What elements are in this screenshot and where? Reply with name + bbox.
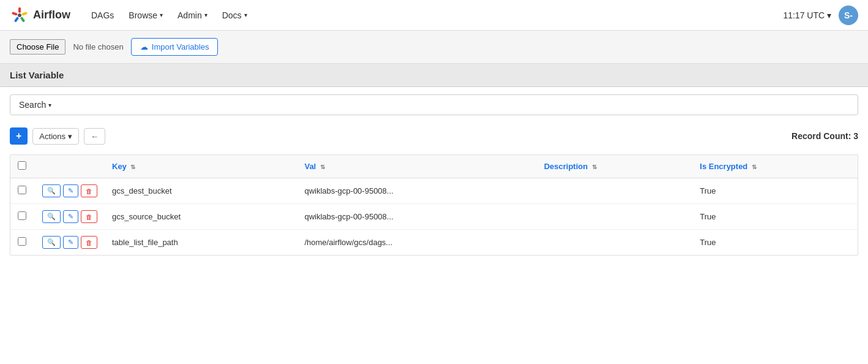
view-button-2[interactable]: 🔍 [42, 236, 61, 249]
view-button-0[interactable]: 🔍 [42, 184, 61, 197]
cloud-upload-icon: ☁ [140, 42, 148, 51]
svg-point-5 [18, 13, 21, 17]
user-badge[interactable]: S- [839, 6, 858, 25]
table-row: 🔍 ✎ 🗑 gcs_source_bucket qwiklabs-gcp-00-… [10, 204, 858, 230]
delete-button-2[interactable]: 🗑 [81, 236, 97, 249]
nav-admin[interactable]: Admin ▾ [171, 0, 214, 31]
table-row: 🔍 ✎ 🗑 gcs_dest_bucket qwiklabs-gcp-00-95… [10, 178, 858, 204]
edit-button-1[interactable]: ✎ [63, 210, 78, 223]
row-encrypted-0: True [692, 178, 858, 204]
row-key-2: table_list_file_path [105, 230, 297, 256]
search-caret: ▾ [48, 102, 51, 108]
no-file-text: No file chosen [73, 42, 123, 51]
edit-button-2[interactable]: ✎ [63, 236, 78, 249]
list-variable-header: List Variable [0, 64, 868, 87]
time-display[interactable]: 11:17 UTC ▾ [783, 10, 831, 20]
row-val-0: qwiklabs-gcp-00-95008... [297, 178, 536, 204]
airflow-logo [10, 6, 29, 25]
actions-caret: ▾ [68, 132, 72, 141]
header-is-encrypted[interactable]: Is Encrypted ⇅ [692, 155, 858, 178]
row-actions-cell: 🔍 ✎ 🗑 [35, 230, 105, 256]
row-actions-cell: 🔍 ✎ 🗑 [35, 178, 105, 204]
row-description-1 [537, 204, 693, 230]
import-variables-button[interactable]: ☁ Import Variables [131, 38, 219, 56]
row-checkbox-1[interactable] [18, 211, 26, 220]
enc-sort-icon: ⇅ [752, 164, 757, 170]
row-checkbox-cell [10, 178, 35, 204]
docs-caret: ▾ [244, 12, 247, 18]
row-actions-cell: 🔍 ✎ 🗑 [35, 204, 105, 230]
header-key[interactable]: Key ⇅ [105, 155, 297, 178]
desc-sort-icon: ⇅ [592, 164, 597, 170]
variables-table-wrapper: Key ⇅ Val ⇅ Description ⇅ Is Encrypted ⇅ [10, 154, 858, 256]
delete-button-1[interactable]: 🗑 [81, 210, 97, 223]
file-import-bar: Choose File No file chosen ☁ Import Vari… [0, 31, 868, 64]
row-checkbox-cell [10, 204, 35, 230]
header-action-col [35, 155, 105, 178]
row-encrypted-1: True [692, 204, 858, 230]
table-header-row: Key ⇅ Val ⇅ Description ⇅ Is Encrypted ⇅ [10, 155, 858, 178]
nav-docs[interactable]: Docs ▾ [216, 0, 253, 31]
val-sort-icon: ⇅ [320, 164, 325, 170]
brand-link[interactable]: Airflow [10, 6, 70, 25]
row-description-2 [537, 230, 693, 256]
browse-caret: ▾ [160, 12, 163, 18]
svg-line-1 [23, 13, 26, 14]
key-sort-icon: ⇅ [130, 164, 135, 170]
record-count-value: 3 [853, 131, 858, 141]
toolbar-left: + Actions ▾ ← [10, 127, 105, 145]
list-variable-section: List Variable Search ▾ + Actions ▾ ← Rec… [0, 64, 868, 256]
choose-file-button[interactable]: Choose File [10, 39, 65, 55]
nav-dags[interactable]: DAGs [85, 0, 120, 31]
search-label: Search [19, 100, 46, 110]
nav-links: DAGs Browse ▾ Admin ▾ Docs ▾ [85, 0, 783, 31]
row-key-1: gcs_source_bucket [105, 204, 297, 230]
navbar: Airflow DAGs Browse ▾ Admin ▾ Docs ▾ 11:… [0, 0, 868, 31]
header-checkbox-col [10, 155, 35, 178]
toolbar: + Actions ▾ ← Record Count: 3 [0, 123, 868, 150]
add-button[interactable]: + [10, 127, 28, 145]
row-encrypted-2: True [692, 230, 858, 256]
header-val[interactable]: Val ⇅ [297, 155, 536, 178]
variables-table: Key ⇅ Val ⇅ Description ⇅ Is Encrypted ⇅ [10, 155, 858, 255]
header-description[interactable]: Description ⇅ [537, 155, 693, 178]
svg-line-2 [22, 18, 24, 20]
row-checkbox-cell [10, 230, 35, 256]
view-button-1[interactable]: 🔍 [42, 210, 61, 223]
record-count-area: Record Count: 3 [791, 131, 858, 141]
nav-browse[interactable]: Browse ▾ [122, 0, 169, 31]
admin-caret: ▾ [204, 12, 208, 18]
svg-line-3 [16, 18, 18, 20]
row-checkbox-2[interactable] [18, 237, 26, 246]
edit-button-0[interactable]: ✎ [63, 184, 78, 197]
row-checkbox-0[interactable] [18, 186, 26, 194]
time-caret: ▾ [827, 10, 831, 20]
select-all-checkbox[interactable] [18, 161, 26, 170]
back-button[interactable]: ← [84, 128, 105, 145]
row-description-0 [537, 178, 693, 204]
table-row: 🔍 ✎ 🗑 table_list_file_path /home/airflow… [10, 230, 858, 256]
navbar-right: 11:17 UTC ▾ S- [783, 6, 858, 25]
row-val-2: /home/airflow/gcs/dags... [297, 230, 536, 256]
row-key-0: gcs_dest_bucket [105, 178, 297, 204]
brand-name: Airflow [33, 9, 70, 21]
record-count-label: Record Count: [791, 131, 851, 141]
svg-line-4 [13, 13, 17, 14]
search-bar[interactable]: Search ▾ [10, 94, 858, 115]
actions-button[interactable]: Actions ▾ [32, 128, 79, 145]
row-val-1: qwiklabs-gcp-00-95008... [297, 204, 536, 230]
delete-button-0[interactable]: 🗑 [81, 184, 97, 197]
